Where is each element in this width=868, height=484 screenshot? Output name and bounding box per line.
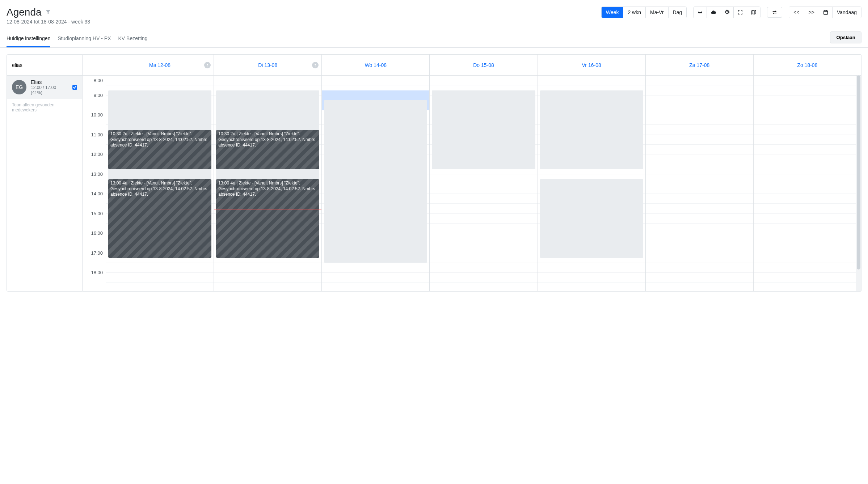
avatar: EG [12,80,26,94]
sidebar-hint: Toon alleen gevonden medewekers [7,99,82,116]
time-label: 11:00 [83,132,106,152]
day-header-sun[interactable]: Zo 18-08 [753,55,861,75]
view-2weeks-button[interactable]: 2 wkn [623,7,646,18]
day-header-wed[interactable]: Wo 14-08 [321,55,429,75]
employee-checkbox[interactable] [72,85,77,90]
day-label: Ma 12-08 [149,62,170,68]
availability-block [432,90,535,169]
tab-current-settings[interactable]: Huidige instellingen [7,30,50,47]
sidebar: EG Elias 12.00 / 17.00 (41%) Toon alleen… [7,54,83,292]
event-block[interactable]: 13:00 4u | Ziekte - [Vanuit Nmbrs] "Ziek… [108,179,211,258]
today-button[interactable]: Vandaag [833,7,861,18]
day-header-thu[interactable]: Do 15-08 [429,55,537,75]
day-column-mon[interactable]: 10:30 2u | Ziekte - [Vanuit Nmbrs] "Ziek… [106,76,214,291]
employee-row[interactable]: EG Elias 12.00 / 17.00 (41%) [7,76,82,99]
time-label: 13:00 [83,171,106,191]
time-label: 15:00 [83,211,106,231]
day-column-fri[interactable] [538,76,645,291]
tab-kv-bezetting[interactable]: KV Bezetting [118,30,148,47]
time-label: 17:00 [83,250,106,270]
day-header-tue[interactable]: Di 13-08 [214,55,321,75]
event-block[interactable]: 10:30 2u | Ziekte - [Vanuit Nmbrs] "Ziek… [108,130,211,169]
availability-block [540,90,643,169]
day-label: Do 15-08 [473,62,494,68]
time-label: 9:00 [83,93,106,112]
save-button[interactable]: Opslaan [830,31,861,43]
event-time: 10:30 2u | [110,131,130,136]
time-label: 10:00 [83,112,106,132]
time-gutter: 8:00 9:00 10:00 11:00 12:00 13:00 14:00 … [83,76,106,291]
swap-icon[interactable] [767,7,782,18]
calendar-icon[interactable] [819,7,833,18]
availability-block [324,100,427,263]
svg-rect-0 [824,10,828,14]
toolbar-icons-group [693,7,760,18]
employee-hours: 12.00 / 17.00 [31,85,68,90]
day-header-mon[interactable]: Ma 12-08 [106,55,214,75]
time-label: 14:00 [83,191,106,211]
view-day-button[interactable]: Dag [669,7,687,18]
tab-studioplanning[interactable]: Studioplanning HV - PX [58,30,111,47]
next-button[interactable]: >> [804,7,819,18]
day-column-tue[interactable]: 10:30 2u | Ziekte - [Vanuit Nmbrs] "Ziek… [214,76,321,291]
filter-icon[interactable] [45,9,51,16]
day-header-fri[interactable]: Vr 16-08 [538,55,645,75]
cloud-icon[interactable] [707,7,720,18]
prev-button[interactable]: << [789,7,804,18]
employee-percent: (41%) [31,90,68,95]
date-range-subtitle: 12-08-2024 tot 18-08-2024 - week 33 [7,19,90,25]
scrollbar-thumb[interactable] [857,76,860,269]
fullscreen-icon[interactable] [734,7,747,18]
day-label: Za 17-08 [689,62,709,68]
event-time: 13:00 4u | [110,181,130,186]
day-column-wed[interactable] [321,76,429,291]
binoculars-icon[interactable] [694,7,707,18]
day-label: Vr 16-08 [582,62,601,68]
map-icon[interactable] [747,7,760,18]
day-header-sat[interactable]: Za 17-08 [645,55,753,75]
time-label: 12:00 [83,152,106,171]
availability-block [540,179,643,258]
time-label: 18:00 [83,270,106,290]
view-monfri-button[interactable]: Ma-Vr [646,7,669,18]
day-label: Zo 18-08 [797,62,817,68]
absence-badge-icon [312,62,319,68]
view-mode-group: Week 2 wkn Ma-Vr Dag [601,7,687,18]
day-label: Di 13-08 [258,62,277,68]
event-time: 13:00 4u | [218,181,237,186]
calendar: Ma 12-08 Di 13-08 Wo 14-08 Do 15-08 Vr 1… [83,54,861,292]
view-week-button[interactable]: Week [602,7,624,18]
time-label: 16:00 [83,230,106,250]
event-time: 10:30 2u | [218,131,237,136]
scrollbar[interactable] [856,76,861,291]
day-column-thu[interactable] [429,76,537,291]
page-title: Agenda [7,7,42,18]
employee-name: Elias [31,79,68,85]
tabs: Huidige instellingen Studioplanning HV -… [7,30,147,47]
date-nav-group: << >> Vandaag [789,7,861,18]
day-label: Wo 14-08 [365,62,387,68]
gear-icon[interactable] [720,7,734,18]
search-input[interactable] [12,62,77,68]
absence-badge-icon [204,62,211,68]
day-column-sat[interactable] [645,76,753,291]
day-column-sun[interactable] [753,76,861,291]
event-block[interactable]: 10:30 2u | Ziekte - [Vanuit Nmbrs] "Ziek… [216,130,319,169]
event-block[interactable]: 13:00 4u | Ziekte - [Vanuit Nmbrs] "Ziek… [216,179,319,258]
current-time-indicator [214,209,321,209]
